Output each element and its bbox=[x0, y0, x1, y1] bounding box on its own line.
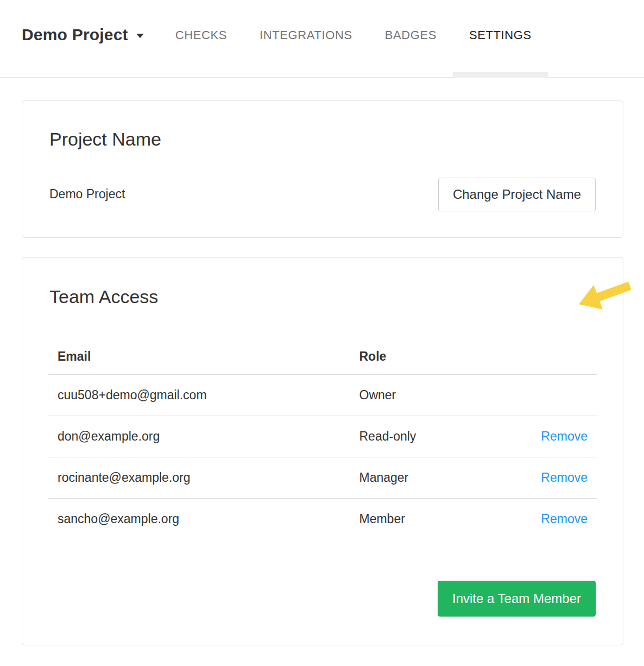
remove-link[interactable]: Remove bbox=[541, 470, 588, 485]
tab-integrations[interactable]: INTEGRATIONS bbox=[243, 0, 369, 78]
team-table-wrap: Email Role cuu508+demo@gmail.com Owner d… bbox=[22, 334, 623, 539]
tab-settings[interactable]: SETTINGS bbox=[453, 0, 548, 78]
invite-team-member-button[interactable]: Invite a Team Member bbox=[438, 581, 596, 617]
table-row: sancho@example.org Member Remove bbox=[48, 498, 597, 539]
member-email-cell: cuu508+demo@gmail.com bbox=[48, 374, 350, 416]
table-row: don@example.org Read-only Remove bbox=[48, 416, 597, 457]
member-action-cell bbox=[520, 374, 597, 416]
team-access-card: Team Access Email Role cuu508+demo@gmail… bbox=[22, 257, 623, 645]
column-header-action bbox=[520, 334, 597, 374]
project-switcher[interactable]: Demo Project bbox=[22, 0, 144, 77]
change-project-name-button[interactable]: Change Project Name bbox=[438, 178, 596, 211]
team-access-card-head: Team Access bbox=[22, 286, 623, 308]
member-role-cell: Manager bbox=[350, 457, 520, 498]
project-name-row: Demo Project Change Project Name bbox=[49, 178, 596, 211]
tab-checks[interactable]: CHECKS bbox=[159, 0, 243, 78]
table-row: rocinante@example.org Manager Remove bbox=[48, 457, 597, 498]
member-email-cell: don@example.org bbox=[48, 416, 350, 457]
member-email-cell: sancho@example.org bbox=[48, 498, 350, 539]
member-email-cell: rocinante@example.org bbox=[48, 457, 350, 498]
project-switcher-label: Demo Project bbox=[22, 26, 128, 44]
member-action-cell: Remove bbox=[520, 416, 597, 457]
project-name-card: Project Name Demo Project Change Project… bbox=[22, 100, 623, 238]
team-access-card-title: Team Access bbox=[49, 286, 596, 308]
invite-row: Invite a Team Member bbox=[22, 581, 623, 617]
top-nav: Demo Project CHECKS INTEGRATIONS BADGES … bbox=[0, 0, 644, 78]
table-header-row: Email Role bbox=[48, 334, 597, 374]
member-role-cell: Read-only bbox=[350, 416, 520, 457]
table-row: cuu508+demo@gmail.com Owner bbox=[48, 374, 597, 416]
member-role-cell: Owner bbox=[350, 374, 520, 416]
tab-badges[interactable]: BADGES bbox=[369, 0, 453, 78]
column-header-email: Email bbox=[48, 334, 350, 374]
remove-link[interactable]: Remove bbox=[541, 512, 588, 526]
member-action-cell: Remove bbox=[520, 498, 597, 539]
tab-bar: CHECKS INTEGRATIONS BADGES SETTINGS bbox=[159, 0, 548, 77]
remove-link[interactable]: Remove bbox=[541, 429, 588, 443]
project-name-card-title: Project Name bbox=[49, 128, 596, 150]
column-header-role: Role bbox=[350, 334, 520, 374]
chevron-down-icon bbox=[136, 34, 144, 38]
member-action-cell: Remove bbox=[520, 457, 597, 498]
team-table: Email Role cuu508+demo@gmail.com Owner d… bbox=[48, 334, 597, 539]
member-role-cell: Member bbox=[350, 498, 520, 539]
settings-page: Project Name Demo Project Change Project… bbox=[0, 78, 644, 645]
project-name-value: Demo Project bbox=[49, 187, 125, 202]
